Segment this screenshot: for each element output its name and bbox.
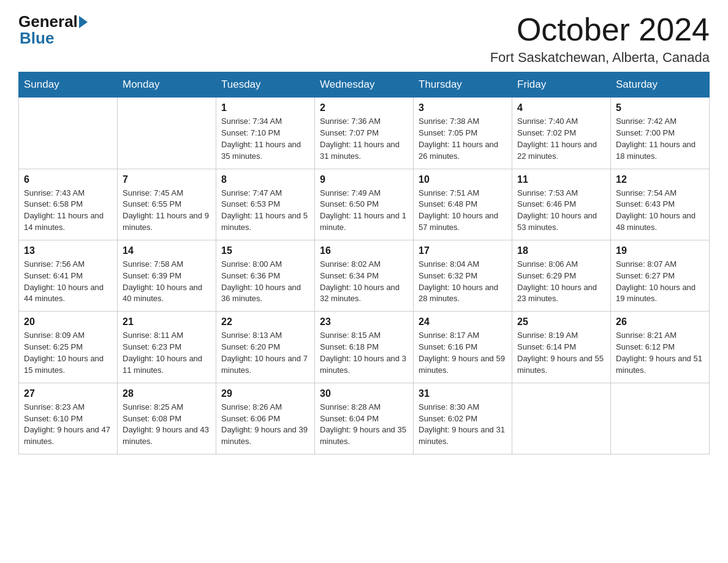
day-number: 6: [24, 174, 112, 185]
title-block: October 2024 Fort Saskatchewan, Alberta,…: [490, 12, 710, 66]
day-number: 10: [419, 174, 507, 185]
calendar-cell: 13Sunrise: 7:56 AM Sunset: 6:41 PM Dayli…: [19, 240, 118, 311]
calendar-cell: 3Sunrise: 7:38 AM Sunset: 7:05 PM Daylig…: [414, 98, 512, 169]
day-number: 26: [616, 316, 704, 327]
month-year-title: October 2024: [490, 12, 710, 47]
calendar-cell: 28Sunrise: 8:25 AM Sunset: 6:08 PM Dayli…: [118, 383, 216, 454]
calendar-cell: 5Sunrise: 7:42 AM Sunset: 7:00 PM Daylig…: [611, 98, 710, 169]
calendar-cell: 2Sunrise: 7:36 AM Sunset: 7:07 PM Daylig…: [315, 98, 414, 169]
logo-blue-text: Blue: [20, 29, 54, 48]
day-number: 8: [221, 174, 309, 185]
calendar-cell: 29Sunrise: 8:26 AM Sunset: 6:06 PM Dayli…: [216, 383, 315, 454]
location-subtitle: Fort Saskatchewan, Alberta, Canada: [490, 50, 710, 66]
day-info: Sunrise: 8:06 AM Sunset: 6:29 PM Dayligh…: [517, 259, 605, 305]
calendar-cell: 7Sunrise: 7:45 AM Sunset: 6:55 PM Daylig…: [118, 169, 216, 240]
day-info: Sunrise: 7:43 AM Sunset: 6:58 PM Dayligh…: [24, 188, 112, 234]
day-number: 12: [616, 174, 704, 185]
calendar-week-5: 27Sunrise: 8:23 AM Sunset: 6:10 PM Dayli…: [19, 383, 710, 454]
day-info: Sunrise: 8:09 AM Sunset: 6:25 PM Dayligh…: [24, 330, 112, 376]
day-info: Sunrise: 8:25 AM Sunset: 6:08 PM Dayligh…: [123, 402, 211, 448]
calendar-cell: 23Sunrise: 8:15 AM Sunset: 6:18 PM Dayli…: [315, 312, 414, 383]
day-number: 29: [221, 388, 309, 399]
day-number: 5: [616, 102, 704, 113]
day-number: 27: [24, 388, 112, 399]
day-info: Sunrise: 7:51 AM Sunset: 6:48 PM Dayligh…: [419, 188, 507, 234]
day-info: Sunrise: 8:15 AM Sunset: 6:18 PM Dayligh…: [320, 330, 408, 376]
calendar-cell: 16Sunrise: 8:02 AM Sunset: 6:34 PM Dayli…: [315, 240, 414, 311]
day-info: Sunrise: 8:00 AM Sunset: 6:36 PM Dayligh…: [221, 259, 309, 305]
calendar-header-thursday: Thursday: [414, 72, 512, 98]
calendar-header-row: SundayMondayTuesdayWednesdayThursdayFrid…: [19, 72, 710, 98]
calendar-cell: 21Sunrise: 8:11 AM Sunset: 6:23 PM Dayli…: [118, 312, 216, 383]
logo: General Blue: [18, 12, 89, 48]
day-info: Sunrise: 8:04 AM Sunset: 6:32 PM Dayligh…: [419, 259, 507, 305]
day-info: Sunrise: 8:23 AM Sunset: 6:10 PM Dayligh…: [24, 402, 112, 448]
calendar-header-monday: Monday: [118, 72, 216, 98]
logo-arrow-icon: [79, 16, 88, 28]
calendar-week-4: 20Sunrise: 8:09 AM Sunset: 6:25 PM Dayli…: [19, 312, 710, 383]
calendar-cell: 4Sunrise: 7:40 AM Sunset: 7:02 PM Daylig…: [512, 98, 611, 169]
day-info: Sunrise: 8:21 AM Sunset: 6:12 PM Dayligh…: [616, 330, 704, 376]
day-info: Sunrise: 8:11 AM Sunset: 6:23 PM Dayligh…: [123, 330, 211, 376]
calendar-week-1: 1Sunrise: 7:34 AM Sunset: 7:10 PM Daylig…: [19, 98, 710, 169]
day-info: Sunrise: 7:36 AM Sunset: 7:07 PM Dayligh…: [320, 116, 408, 162]
day-info: Sunrise: 8:19 AM Sunset: 6:14 PM Dayligh…: [517, 330, 605, 376]
day-info: Sunrise: 8:26 AM Sunset: 6:06 PM Dayligh…: [221, 402, 309, 448]
day-info: Sunrise: 7:38 AM Sunset: 7:05 PM Dayligh…: [419, 116, 507, 162]
page-header: General Blue October 2024 Fort Saskatche…: [18, 12, 710, 66]
day-number: 20: [24, 316, 112, 327]
calendar-cell: [611, 383, 710, 454]
day-info: Sunrise: 8:07 AM Sunset: 6:27 PM Dayligh…: [616, 259, 704, 305]
day-number: 13: [24, 245, 112, 256]
calendar-week-2: 6Sunrise: 7:43 AM Sunset: 6:58 PM Daylig…: [19, 169, 710, 240]
calendar-cell: 17Sunrise: 8:04 AM Sunset: 6:32 PM Dayli…: [414, 240, 512, 311]
day-number: 3: [419, 102, 507, 113]
calendar-cell: 12Sunrise: 7:54 AM Sunset: 6:43 PM Dayli…: [611, 169, 710, 240]
calendar-cell: 18Sunrise: 8:06 AM Sunset: 6:29 PM Dayli…: [512, 240, 611, 311]
day-number: 11: [517, 174, 605, 185]
calendar-cell: 6Sunrise: 7:43 AM Sunset: 6:58 PM Daylig…: [19, 169, 118, 240]
calendar-table: SundayMondayTuesdayWednesdayThursdayFrid…: [18, 72, 710, 454]
day-info: Sunrise: 7:56 AM Sunset: 6:41 PM Dayligh…: [24, 259, 112, 305]
calendar-cell: [512, 383, 611, 454]
day-info: Sunrise: 7:53 AM Sunset: 6:46 PM Dayligh…: [517, 188, 605, 234]
day-info: Sunrise: 7:47 AM Sunset: 6:53 PM Dayligh…: [221, 188, 309, 234]
calendar-cell: 24Sunrise: 8:17 AM Sunset: 6:16 PM Dayli…: [414, 312, 512, 383]
day-info: Sunrise: 7:58 AM Sunset: 6:39 PM Dayligh…: [123, 259, 211, 305]
day-info: Sunrise: 7:49 AM Sunset: 6:50 PM Dayligh…: [320, 188, 408, 234]
calendar-week-3: 13Sunrise: 7:56 AM Sunset: 6:41 PM Dayli…: [19, 240, 710, 311]
day-number: 25: [517, 316, 605, 327]
day-number: 24: [419, 316, 507, 327]
day-number: 31: [419, 388, 507, 399]
day-number: 9: [320, 174, 408, 185]
day-info: Sunrise: 7:42 AM Sunset: 7:00 PM Dayligh…: [616, 116, 704, 162]
calendar-cell: [19, 98, 118, 169]
calendar-cell: 11Sunrise: 7:53 AM Sunset: 6:46 PM Dayli…: [512, 169, 611, 240]
calendar-header-saturday: Saturday: [611, 72, 710, 98]
calendar-cell: 10Sunrise: 7:51 AM Sunset: 6:48 PM Dayli…: [414, 169, 512, 240]
day-number: 19: [616, 245, 704, 256]
calendar-cell: 22Sunrise: 8:13 AM Sunset: 6:20 PM Dayli…: [216, 312, 315, 383]
day-info: Sunrise: 7:54 AM Sunset: 6:43 PM Dayligh…: [616, 188, 704, 234]
calendar-cell: 20Sunrise: 8:09 AM Sunset: 6:25 PM Dayli…: [19, 312, 118, 383]
day-number: 17: [419, 245, 507, 256]
day-number: 18: [517, 245, 605, 256]
calendar-cell: 19Sunrise: 8:07 AM Sunset: 6:27 PM Dayli…: [611, 240, 710, 311]
calendar-cell: 9Sunrise: 7:49 AM Sunset: 6:50 PM Daylig…: [315, 169, 414, 240]
day-number: 21: [123, 316, 211, 327]
day-info: Sunrise: 8:28 AM Sunset: 6:04 PM Dayligh…: [320, 402, 408, 448]
calendar-cell: 8Sunrise: 7:47 AM Sunset: 6:53 PM Daylig…: [216, 169, 315, 240]
calendar-cell: 1Sunrise: 7:34 AM Sunset: 7:10 PM Daylig…: [216, 98, 315, 169]
calendar-cell: 31Sunrise: 8:30 AM Sunset: 6:02 PM Dayli…: [414, 383, 512, 454]
calendar-cell: 25Sunrise: 8:19 AM Sunset: 6:14 PM Dayli…: [512, 312, 611, 383]
calendar-header-tuesday: Tuesday: [216, 72, 315, 98]
calendar-header-friday: Friday: [512, 72, 611, 98]
day-number: 4: [517, 102, 605, 113]
day-number: 16: [320, 245, 408, 256]
day-info: Sunrise: 7:45 AM Sunset: 6:55 PM Dayligh…: [123, 188, 211, 234]
day-info: Sunrise: 7:40 AM Sunset: 7:02 PM Dayligh…: [517, 116, 605, 162]
day-number: 15: [221, 245, 309, 256]
calendar-cell: 27Sunrise: 8:23 AM Sunset: 6:10 PM Dayli…: [19, 383, 118, 454]
day-info: Sunrise: 7:34 AM Sunset: 7:10 PM Dayligh…: [221, 116, 309, 162]
calendar-cell: 30Sunrise: 8:28 AM Sunset: 6:04 PM Dayli…: [315, 383, 414, 454]
